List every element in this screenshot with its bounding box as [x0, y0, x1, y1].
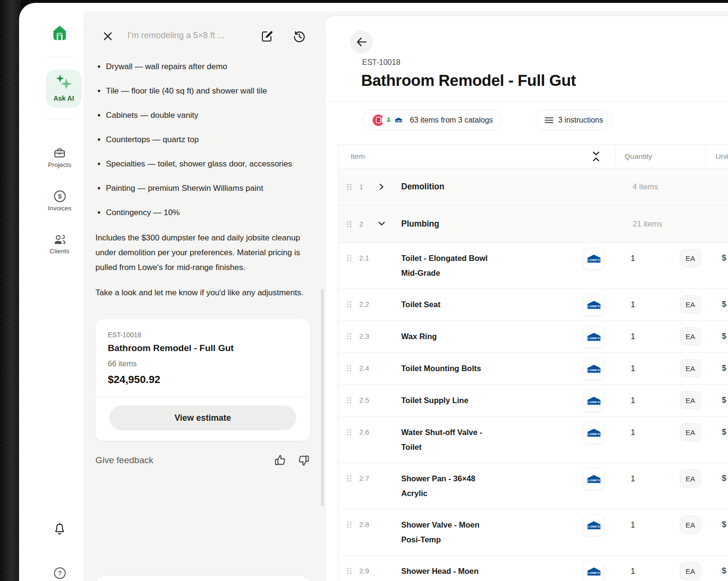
sidebar-item-clients[interactable]: Clients	[44, 233, 75, 255]
catalog-badge[interactable]: LOWE'S	[582, 326, 605, 348]
quantity-value[interactable]: 1	[631, 248, 635, 269]
table-item-row[interactable]: 2.8 Shower Valve - Moen Posi-Temp LOWE'S…	[338, 509, 728, 556]
item-name[interactable]: Shower Valve - Moen Posi-Temp	[401, 518, 497, 547]
notifications-button[interactable]	[44, 523, 75, 535]
drag-handle[interactable]	[346, 301, 353, 308]
unit-badge[interactable]: EA	[680, 249, 701, 267]
catalog-badge[interactable]: LOWE'S	[582, 390, 605, 412]
chat-history-button[interactable]	[293, 30, 306, 43]
unit-badge[interactable]: EA	[680, 359, 701, 377]
chevron-right-icon[interactable]	[378, 184, 385, 190]
quantity-value[interactable]: 1	[631, 422, 635, 443]
feedback-row: Give feedback	[95, 454, 310, 467]
drag-handle[interactable]	[346, 183, 353, 191]
back-button[interactable]	[350, 31, 373, 53]
table-item-row[interactable]: 2.9 Shower Head - Moen LOWE'S 1 EA $	[338, 556, 728, 581]
table-item-row[interactable]: 2.1 Toilet - Elongated Bowl Mid-Grade LO…	[338, 243, 728, 289]
quantity-value[interactable]: 1	[631, 514, 635, 535]
table-group-row[interactable]: 2 Plumbing 21 items	[338, 206, 728, 243]
lowes-logo-icon: LOWE'S	[587, 396, 601, 405]
sidebar-item-support[interactable]: ? Support	[44, 567, 75, 581]
unit-cost-value[interactable]: $	[722, 390, 726, 411]
svg-text:LOWE'S: LOWE'S	[588, 478, 599, 482]
app-logo[interactable]	[44, 23, 75, 43]
view-estimate-button[interactable]: View estimate	[109, 405, 296, 430]
quantity-value[interactable]: 1	[631, 560, 635, 581]
instructions-pill[interactable]: 3 instructions	[536, 110, 612, 130]
unit-cost-value[interactable]: $	[722, 358, 726, 379]
item-name[interactable]: Shower Head - Moen	[401, 564, 497, 579]
drag-handle[interactable]	[346, 521, 353, 529]
table-item-row[interactable]: 2.4 Toilet Mounting Bolts LOWE'S 1 EA $	[338, 353, 728, 385]
drag-handle[interactable]	[346, 475, 353, 482]
chat-message-input[interactable]	[95, 575, 310, 581]
quantity-value[interactable]: 1	[631, 468, 635, 489]
catalog-badge[interactable]: LOWE'S	[582, 358, 605, 380]
new-chat-button[interactable]	[260, 30, 273, 43]
unit-cost-value[interactable]: $	[722, 514, 726, 535]
ask-ai-label: Ask AI	[46, 94, 82, 102]
catalog-badge[interactable]: LOWE'S	[582, 468, 605, 490]
drag-handle[interactable]	[346, 220, 353, 228]
table-item-row[interactable]: 2.2 Toilet Seat LOWE'S 1 EA $	[338, 289, 728, 321]
thumbs-down-button[interactable]	[298, 454, 310, 467]
catalog-badge[interactable]: LOWE'S	[582, 514, 605, 537]
catalog-badge[interactable]: LOWE'S	[582, 422, 605, 444]
item-name[interactable]: Water Shut-off Valve - Toilet	[401, 425, 497, 455]
quantity-value[interactable]: 1	[631, 326, 635, 347]
unit-cost-value[interactable]: $	[722, 326, 726, 347]
unit-badge[interactable]: EA	[680, 295, 701, 313]
sidebar-divider	[47, 57, 74, 57]
item-name[interactable]: Toilet - Elongated Bowl Mid-Grade	[401, 251, 497, 280]
sidebar-item-invoices[interactable]: $ Invoices	[44, 190, 75, 212]
table-group-row[interactable]: 1 Demolition 4 items	[338, 168, 728, 206]
table-item-row[interactable]: 2.5 Toilet Supply Line LOWE'S 1 EA $	[338, 385, 728, 417]
table-item-row[interactable]: 2.7 Shower Pan - 36×48 Acrylic LOWE'S 1 …	[338, 463, 728, 509]
unit-cost-value[interactable]: $	[722, 422, 726, 443]
catalogs-pill[interactable]: LOWE'S 63 items from 3 catalogs	[363, 110, 502, 130]
table-item-row[interactable]: 2.3 Wax Ring LOWE'S 1 EA $	[338, 321, 728, 353]
collapse-icon	[592, 150, 600, 163]
item-name[interactable]: Toilet Mounting Bolts	[401, 361, 497, 376]
drag-handle[interactable]	[346, 567, 353, 575]
item-name[interactable]: Toilet Supply Line	[401, 393, 497, 408]
quantity-value[interactable]: 1	[631, 390, 635, 411]
chat-paragraph: Includes the $300 dumpster fee and daily…	[95, 230, 305, 275]
item-name[interactable]: Shower Pan - 36×48 Acrylic	[401, 471, 497, 501]
close-chat-button[interactable]	[102, 31, 114, 42]
unit-badge[interactable]: EA	[680, 391, 701, 409]
drag-handle[interactable]	[346, 332, 353, 340]
catalog-badge[interactable]: LOWE'S	[582, 294, 605, 316]
drag-handle[interactable]	[346, 254, 353, 262]
item-name[interactable]: Wax Ring	[401, 329, 497, 344]
unit-badge[interactable]: EA	[680, 469, 701, 488]
unit-badge[interactable]: EA	[680, 423, 701, 441]
unit-badge[interactable]: EA	[680, 516, 701, 534]
thumbs-up-button[interactable]	[274, 454, 286, 467]
column-header-item: Item	[351, 152, 365, 161]
unit-badge[interactable]: EA	[680, 562, 701, 580]
unit-cost-value[interactable]: $	[722, 468, 726, 489]
chevron-down-icon[interactable]	[378, 221, 385, 227]
drag-handle[interactable]	[346, 396, 353, 404]
chat-scrollbar[interactable]	[321, 289, 323, 506]
unit-badge[interactable]: EA	[680, 327, 701, 345]
unit-cost-value[interactable]: $	[722, 248, 726, 269]
unit-cost-value[interactable]: $	[722, 294, 726, 315]
sidebar-item-projects[interactable]: Projects	[44, 147, 75, 168]
catalog-badge[interactable]: LOWE'S	[582, 560, 605, 581]
drag-handle[interactable]	[346, 364, 353, 372]
item-name[interactable]: Toilet Seat	[401, 297, 497, 312]
catalogs-pill-label: 63 items from 3 catalogs	[410, 116, 493, 124]
quantity-value[interactable]: 1	[631, 358, 635, 379]
sidebar-item-ask-ai[interactable]: Ask AI	[46, 70, 82, 108]
collapse-all-button[interactable]	[592, 150, 600, 163]
device-frame: Ask AI Projects $ Invoices	[19, 3, 728, 581]
unit-cost-value[interactable]: $	[722, 560, 726, 581]
drag-handle[interactable]	[346, 428, 353, 436]
catalog-badge[interactable]: LOWE'S	[582, 248, 605, 270]
table-item-row[interactable]: 2.6 Water Shut-off Valve - Toilet LOWE'S…	[338, 417, 728, 463]
quantity-value[interactable]: 1	[631, 294, 635, 315]
group-name: Plumbing	[401, 206, 439, 242]
people-icon	[53, 233, 66, 246]
